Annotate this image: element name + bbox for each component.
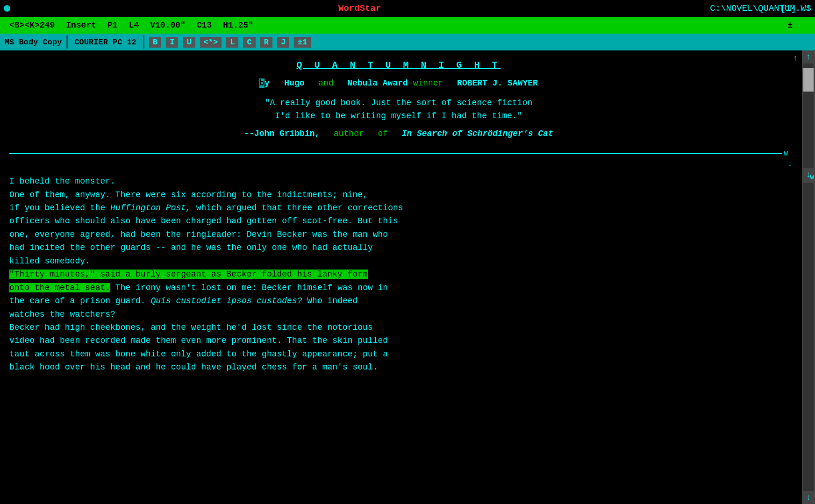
spacing-btn[interactable]: ±1 bbox=[294, 37, 311, 48]
para-4: officers who should also have been charg… bbox=[9, 214, 788, 227]
title-bar: WordStar C:\NOVEL\QUANTUM.WS [1] ↕ bbox=[0, 0, 815, 17]
divider-line bbox=[9, 153, 782, 154]
position: <B><K>249 bbox=[9, 21, 55, 30]
para-12: video had been recorded made them even m… bbox=[9, 334, 788, 347]
align-right-btn[interactable]: R bbox=[260, 37, 272, 48]
attr-author-label: author bbox=[334, 129, 364, 138]
attr-book-title: In Search of Schrödinger's Cat bbox=[402, 129, 553, 138]
section-up-arrow[interactable]: ↑ bbox=[793, 52, 798, 65]
attr-of-label: of bbox=[378, 129, 388, 138]
para-2: One of them, anyway. There were six acco… bbox=[9, 188, 788, 201]
header-section: ↑ Q U A N T U M N I G H T by Hugo and Ne… bbox=[9, 54, 788, 144]
line: L4 bbox=[129, 21, 139, 30]
highlight-text-1: "Thirty minutes," said a burly sergeant … bbox=[9, 270, 368, 279]
body-scroll-down[interactable]: ↓ bbox=[806, 493, 811, 502]
col: C13 bbox=[197, 21, 212, 30]
attribution: --John Gribbin, author of In Search of S… bbox=[9, 128, 788, 141]
para-13: taut across them was bone white only add… bbox=[9, 348, 788, 361]
font-name: COURIER PC 12 bbox=[72, 37, 138, 48]
hpos: H1.25" bbox=[223, 21, 253, 30]
byline: by Hugo and Nebula Award-winner ROBERT J… bbox=[9, 77, 788, 90]
byline-and: and bbox=[318, 78, 333, 88]
byline-y: y bbox=[265, 78, 270, 88]
para-1: I beheld the monster. bbox=[9, 175, 788, 188]
format-bar: MS Body Copy COURIER PC 12 B I U <*> L C… bbox=[0, 34, 815, 50]
w-label: W bbox=[810, 174, 814, 181]
mode: Insert bbox=[66, 21, 96, 30]
para-10: watches the watchers? bbox=[9, 308, 788, 321]
byline-hugo: Hugo bbox=[284, 78, 304, 88]
divider-container: W bbox=[9, 149, 788, 159]
para-14: black hood over his head and he could ha… bbox=[9, 361, 788, 374]
align-left-btn[interactable]: L bbox=[226, 37, 238, 48]
main-content: ↑ Q U A N T U M N I G H T by Hugo and Ne… bbox=[0, 50, 802, 504]
underline-btn[interactable]: U bbox=[183, 37, 195, 48]
body-scroll-up[interactable]: ↑ bbox=[787, 162, 793, 171]
quote: "A really good book. Just the sort of sc… bbox=[142, 97, 656, 123]
align-justify-btn[interactable]: J bbox=[277, 37, 289, 48]
para-5: one, everyone agreed, had been the ringl… bbox=[9, 228, 788, 241]
byline-award: Nebula Award bbox=[347, 78, 408, 88]
attr-dash: -- bbox=[244, 129, 254, 138]
para9-start: the care of a prison guard. bbox=[9, 296, 150, 305]
para9-end: Who indeed bbox=[302, 296, 358, 305]
para-11: Becker had high cheekbones, and the weig… bbox=[9, 321, 788, 334]
special-btn[interactable]: <*> bbox=[200, 37, 222, 48]
app-title: WordStar bbox=[338, 3, 381, 14]
para-6: had incited the other guards -- and he w… bbox=[9, 241, 788, 254]
para-9: the care of a prison guard. Quis custodi… bbox=[9, 294, 788, 307]
para-7: killed somebody. bbox=[9, 255, 788, 268]
title-arrow: ↕ bbox=[806, 3, 811, 14]
scroll-up-arrow[interactable]: ↑ bbox=[806, 52, 811, 62]
vpos: V10.00" bbox=[150, 21, 186, 30]
huffington-post: Huffington Post, bbox=[110, 203, 191, 213]
body-text: I beheld the monster. One of them, anywa… bbox=[9, 175, 788, 374]
para8b-text: The irony wasn't lost on me: Becker hims… bbox=[110, 283, 388, 292]
italic-btn[interactable]: I bbox=[166, 37, 178, 48]
attr-name: John Gribbin, bbox=[254, 129, 320, 138]
highlight-line-2: onto the metal seat. The irony wasn't lo… bbox=[9, 281, 788, 294]
style-name: MS Body Copy bbox=[5, 38, 62, 47]
cursor-b: b bbox=[259, 78, 265, 88]
window-dot bbox=[4, 5, 10, 12]
highlight-line-1: "Thirty minutes," said a burly sergeant … bbox=[9, 268, 788, 281]
plus-sign: ± bbox=[787, 21, 793, 30]
byline-winner: -winner bbox=[408, 78, 443, 88]
bracket-num: [1] bbox=[780, 3, 796, 14]
para-3: if you believed the Huffington Post, whi… bbox=[9, 201, 788, 214]
quote-line1: "A really good book. Just the sort of sc… bbox=[142, 97, 656, 110]
divider-w: W bbox=[784, 149, 788, 159]
status-bar: <B><K>249 Insert P1 L4 V10.00" C13 H1.25… bbox=[0, 17, 815, 34]
align-center-btn[interactable]: C bbox=[243, 37, 255, 48]
para3-start: if you believed the bbox=[9, 203, 110, 213]
latin-text: Quis custodiet ipsos custodes? bbox=[150, 296, 302, 305]
highlight-text-2: onto the metal seat. bbox=[9, 283, 110, 292]
bold-btn[interactable]: B bbox=[149, 37, 161, 48]
para3-end: which argued that three other correction… bbox=[191, 203, 403, 213]
quote-line2: I'd like to be writing myself if I had t… bbox=[142, 110, 656, 123]
scrollbar-bottom-section[interactable]: ↓ bbox=[802, 181, 815, 504]
book-title: Q U A N T U M N I G H T bbox=[9, 58, 788, 72]
byline-author-name: ROBERT J. SAWYER bbox=[457, 78, 538, 88]
page: P1 bbox=[107, 21, 118, 30]
scrollbar-top-section[interactable]: ↑ ↓ W bbox=[802, 50, 815, 181]
